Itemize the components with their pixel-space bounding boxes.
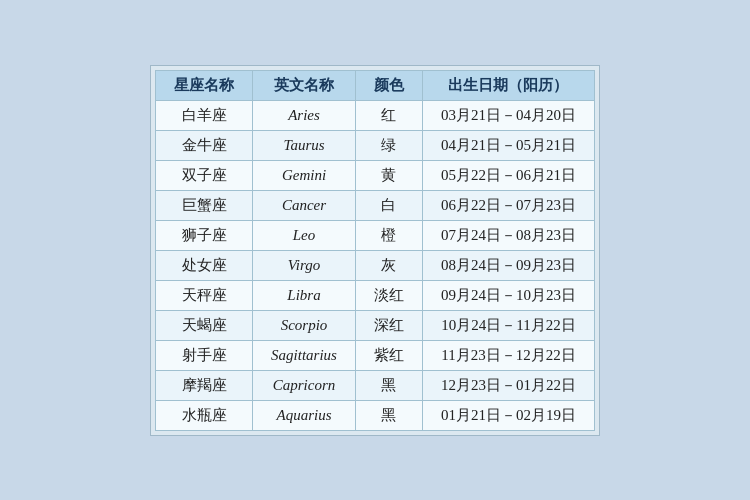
cell-date: 08月24日－09月23日 — [422, 250, 594, 280]
cell-chinese: 白羊座 — [156, 100, 253, 130]
table-header-row: 星座名称 英文名称 颜色 出生日期（阳历） — [156, 70, 595, 100]
cell-color: 绿 — [355, 130, 422, 160]
cell-date: 03月21日－04月20日 — [422, 100, 594, 130]
cell-chinese: 狮子座 — [156, 220, 253, 250]
cell-chinese: 巨蟹座 — [156, 190, 253, 220]
table-row: 白羊座Aries红03月21日－04月20日 — [156, 100, 595, 130]
cell-english: Libra — [253, 280, 356, 310]
col-header-date: 出生日期（阳历） — [422, 70, 594, 100]
cell-date: 01月21日－02月19日 — [422, 400, 594, 430]
cell-chinese: 金牛座 — [156, 130, 253, 160]
cell-color: 白 — [355, 190, 422, 220]
table-wrapper: 星座名称 英文名称 颜色 出生日期（阳历） 白羊座Aries红03月21日－04… — [150, 65, 600, 436]
cell-color: 灰 — [355, 250, 422, 280]
table-row: 水瓶座Aquarius黑01月21日－02月19日 — [156, 400, 595, 430]
cell-english: Cancer — [253, 190, 356, 220]
cell-color: 紫红 — [355, 340, 422, 370]
cell-english: Sagittarius — [253, 340, 356, 370]
cell-date: 11月23日－12月22日 — [422, 340, 594, 370]
cell-color: 黑 — [355, 370, 422, 400]
cell-chinese: 天蝎座 — [156, 310, 253, 340]
cell-date: 10月24日－11月22日 — [422, 310, 594, 340]
table-row: 射手座Sagittarius紫红11月23日－12月22日 — [156, 340, 595, 370]
zodiac-table: 星座名称 英文名称 颜色 出生日期（阳历） 白羊座Aries红03月21日－04… — [155, 70, 595, 431]
table-row: 双子座Gemini黄05月22日－06月21日 — [156, 160, 595, 190]
cell-color: 橙 — [355, 220, 422, 250]
table-row: 天秤座Libra淡红09月24日－10月23日 — [156, 280, 595, 310]
cell-color: 淡红 — [355, 280, 422, 310]
table-row: 天蝎座Scorpio深红10月24日－11月22日 — [156, 310, 595, 340]
table-row: 狮子座Leo橙07月24日－08月23日 — [156, 220, 595, 250]
cell-chinese: 双子座 — [156, 160, 253, 190]
cell-date: 04月21日－05月21日 — [422, 130, 594, 160]
cell-english: Capricorn — [253, 370, 356, 400]
cell-english: Virgo — [253, 250, 356, 280]
table-row: 处女座Virgo灰08月24日－09月23日 — [156, 250, 595, 280]
col-header-color: 颜色 — [355, 70, 422, 100]
cell-chinese: 摩羯座 — [156, 370, 253, 400]
table-row: 巨蟹座Cancer白06月22日－07月23日 — [156, 190, 595, 220]
cell-date: 05月22日－06月21日 — [422, 160, 594, 190]
cell-color: 黑 — [355, 400, 422, 430]
table-row: 摩羯座Capricorn黑12月23日－01月22日 — [156, 370, 595, 400]
cell-chinese: 天秤座 — [156, 280, 253, 310]
col-header-chinese: 星座名称 — [156, 70, 253, 100]
cell-chinese: 射手座 — [156, 340, 253, 370]
cell-date: 07月24日－08月23日 — [422, 220, 594, 250]
cell-english: Aries — [253, 100, 356, 130]
cell-date: 12月23日－01月22日 — [422, 370, 594, 400]
cell-date: 09月24日－10月23日 — [422, 280, 594, 310]
col-header-english: 英文名称 — [253, 70, 356, 100]
cell-english: Aquarius — [253, 400, 356, 430]
cell-chinese: 处女座 — [156, 250, 253, 280]
cell-english: Taurus — [253, 130, 356, 160]
cell-color: 红 — [355, 100, 422, 130]
cell-english: Leo — [253, 220, 356, 250]
cell-color: 黄 — [355, 160, 422, 190]
cell-date: 06月22日－07月23日 — [422, 190, 594, 220]
cell-chinese: 水瓶座 — [156, 400, 253, 430]
table-row: 金牛座Taurus绿04月21日－05月21日 — [156, 130, 595, 160]
cell-english: Scorpio — [253, 310, 356, 340]
cell-color: 深红 — [355, 310, 422, 340]
cell-english: Gemini — [253, 160, 356, 190]
